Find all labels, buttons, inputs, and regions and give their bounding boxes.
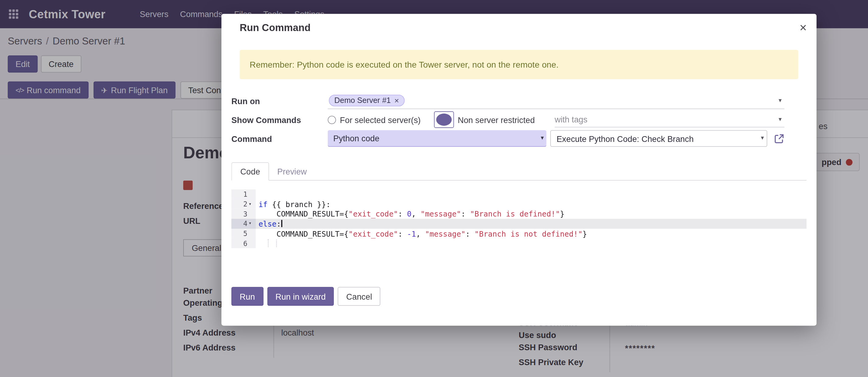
modal-header: Run Command bbox=[222, 14, 816, 33]
editor-line-5[interactable]: 5 COMMAND_RESULT={"exit_code": -1, "mess… bbox=[231, 229, 807, 238]
run-on-field[interactable]: Demo Server #1 bbox=[328, 93, 785, 109]
gutter-line-number: 2▾ bbox=[231, 199, 256, 209]
radio-for-selected-servers[interactable]: For selected server(s) bbox=[328, 115, 421, 124]
command-value: Execute Python Code: Check Branch bbox=[557, 134, 693, 143]
modal-footer: Run Run in wizard Cancel bbox=[231, 287, 807, 306]
gutter-line-number: 6 bbox=[231, 238, 256, 248]
run-button[interactable]: Run bbox=[231, 287, 263, 306]
gutter-line-number: 4▾ bbox=[231, 219, 256, 229]
with-tags-placeholder: with tags bbox=[555, 115, 588, 124]
remove-tag-icon[interactable] bbox=[394, 96, 399, 105]
alert-text: Remember: Python code is executed on the… bbox=[250, 60, 558, 70]
code-line-text: else: bbox=[256, 219, 807, 229]
text-cursor bbox=[281, 220, 282, 228]
radio-selected-icon bbox=[434, 112, 454, 128]
run-on-label: Run on bbox=[231, 96, 328, 106]
fold-toggle-icon[interactable]: ▾ bbox=[247, 221, 256, 226]
show-commands-label: Show Commands bbox=[231, 115, 328, 124]
close-icon[interactable] bbox=[797, 20, 809, 36]
caret-down-icon bbox=[778, 116, 781, 122]
external-link-icon[interactable] bbox=[774, 133, 785, 144]
run-command-dialog: Run Command Remember: Python code is exe… bbox=[222, 14, 816, 325]
caret-down-icon bbox=[761, 135, 764, 141]
code-line-text: COMMAND_RESULT={"exit_code": 0, "message… bbox=[256, 209, 807, 219]
run-on-row: Run on Demo Server #1 bbox=[231, 91, 807, 110]
indent-guide bbox=[276, 240, 277, 247]
modal-title: Run Command bbox=[240, 22, 798, 34]
code-editor[interactable]: 12▾if {{ branch }}:3 COMMAND_RESULT={"ex… bbox=[231, 190, 807, 248]
run-in-wizard-button[interactable]: Run in wizard bbox=[267, 287, 334, 306]
gutter-line-number: 5 bbox=[231, 229, 256, 238]
code-editor-lines: 12▾if {{ branch }}:3 COMMAND_RESULT={"ex… bbox=[231, 190, 807, 248]
command-type-select[interactable]: Python code bbox=[328, 130, 547, 147]
editor-line-2[interactable]: 2▾if {{ branch }}: bbox=[231, 199, 807, 209]
editor-line-3[interactable]: 3 COMMAND_RESULT={"exit_code": 0, "messa… bbox=[231, 209, 807, 219]
command-row: Command Python code Execute Python Code:… bbox=[231, 129, 807, 148]
code-line-text bbox=[256, 190, 807, 199]
modal-body: Remember: Python code is executed on the… bbox=[222, 50, 816, 306]
tab-code[interactable]: Code bbox=[231, 162, 269, 181]
editor-line-6[interactable]: 6 bbox=[231, 238, 807, 248]
radio-circle-icon bbox=[328, 115, 336, 124]
code-line-text: if {{ branch }}: bbox=[256, 199, 807, 209]
code-line-text bbox=[256, 238, 807, 248]
radio-label: Non server restricted bbox=[458, 115, 535, 124]
code-line-text: COMMAND_RESULT={"exit_code": -1, "messag… bbox=[256, 229, 807, 238]
radio-label: For selected server(s) bbox=[340, 115, 421, 124]
radio-non-server-restricted[interactable]: Non server restricted bbox=[434, 112, 535, 128]
command-label: Command bbox=[231, 134, 328, 143]
gutter-line-number: 1 bbox=[231, 190, 256, 199]
fold-toggle-icon[interactable]: ▾ bbox=[247, 202, 256, 206]
command-select[interactable]: Execute Python Code: Check Branch bbox=[551, 130, 767, 147]
command-type-value: Python code bbox=[333, 134, 379, 143]
tab-preview[interactable]: Preview bbox=[269, 163, 315, 180]
alert-warning: Remember: Python code is executed on the… bbox=[240, 50, 798, 79]
caret-down-icon bbox=[541, 135, 544, 141]
gutter-line-number: 3 bbox=[231, 209, 256, 219]
with-tags-select[interactable]: with tags bbox=[555, 112, 785, 127]
server-tag-chip[interactable]: Demo Server #1 bbox=[329, 95, 404, 106]
server-tag-label: Demo Server #1 bbox=[335, 96, 391, 105]
cancel-button[interactable]: Cancel bbox=[338, 287, 380, 306]
editor-line-1[interactable]: 1 bbox=[231, 190, 807, 199]
indent-guide bbox=[268, 240, 269, 247]
editor-line-4[interactable]: 4▾else: bbox=[231, 219, 807, 229]
viewport-scaler: Cetmix Tower Servers Commands Files Tool… bbox=[0, 0, 868, 377]
caret-down-icon[interactable] bbox=[778, 97, 781, 103]
notebook-tabs: Code Preview bbox=[231, 161, 807, 181]
show-commands-row: Show Commands For selected server(s) Non… bbox=[231, 110, 807, 129]
